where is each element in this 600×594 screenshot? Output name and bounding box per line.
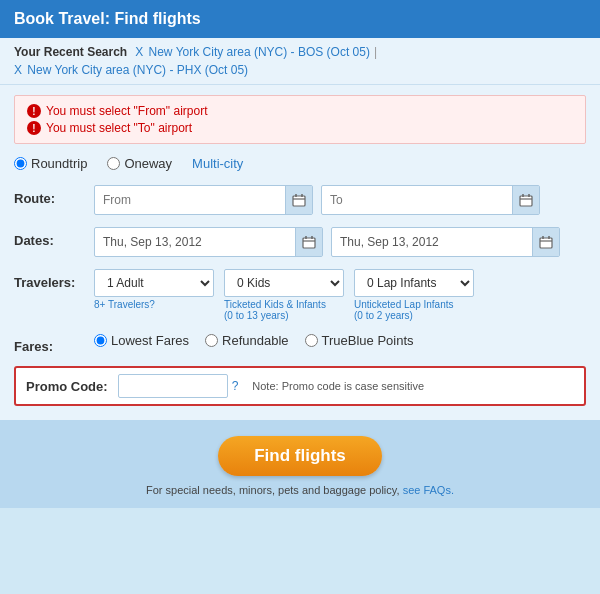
kids-select[interactable]: 0 Kids 1 Kid 2 Kids 3 Kids 4 Kids 5 Kids bbox=[224, 269, 344, 297]
multicity-link[interactable]: Multi-city bbox=[192, 156, 243, 171]
from-input[interactable] bbox=[95, 188, 285, 212]
route-label: Route: bbox=[14, 185, 94, 206]
eight-plus-link[interactable]: 8+ Travelers? bbox=[94, 299, 214, 310]
lowest-fares-label[interactable]: Lowest Fares bbox=[94, 333, 189, 348]
close-icon-1[interactable]: X bbox=[135, 45, 143, 59]
route-row: Route: bbox=[14, 185, 586, 215]
bottom-note: For special needs, minors, pets and bagg… bbox=[146, 484, 454, 496]
travelers-inputs: 1 Adult 2 Adults 3 Adults 4 Adults 5 Adu… bbox=[94, 269, 474, 321]
lowest-fares-radio[interactable] bbox=[94, 334, 107, 347]
error-box: ! You must select "From" airport ! You m… bbox=[14, 95, 586, 144]
return-calendar-icon bbox=[539, 235, 553, 249]
svg-rect-0 bbox=[293, 196, 305, 206]
refundable-radio[interactable] bbox=[205, 334, 218, 347]
promo-code-input[interactable] bbox=[118, 374, 228, 398]
kids-group: 0 Kids 1 Kid 2 Kids 3 Kids 4 Kids 5 Kids… bbox=[224, 269, 344, 321]
travelers-label: Travelers: bbox=[14, 269, 94, 290]
from-input-wrapper bbox=[94, 185, 313, 215]
error-icon-2: ! bbox=[27, 121, 41, 135]
adults-select[interactable]: 1 Adult 2 Adults 3 Adults 4 Adults 5 Adu… bbox=[94, 269, 214, 297]
error-line-1: ! You must select "From" airport bbox=[27, 104, 573, 118]
header-title: Book Travel: Find flights bbox=[14, 10, 201, 27]
fares-options: Lowest Fares Refundable TrueBlue Points bbox=[94, 333, 414, 348]
return-date-input[interactable] bbox=[332, 230, 532, 254]
close-icon-2[interactable]: X bbox=[14, 63, 22, 77]
recent-search-bar: Your Recent Search X New York City area … bbox=[0, 38, 600, 85]
return-date-wrapper bbox=[331, 227, 560, 257]
error-line-2: ! You must select "To" airport bbox=[27, 121, 573, 135]
faqs-link[interactable]: see FAQs. bbox=[403, 484, 454, 496]
error-icon-1: ! bbox=[27, 104, 41, 118]
trueblue-label[interactable]: TrueBlue Points bbox=[305, 333, 414, 348]
to-input-wrapper bbox=[321, 185, 540, 215]
calendar-icon-2 bbox=[519, 193, 533, 207]
fares-label: Fares: bbox=[14, 333, 94, 354]
unticketed-infants-link[interactable]: Unticketed Lap Infants (0 to 2 years) bbox=[354, 299, 474, 321]
trueblue-radio[interactable] bbox=[305, 334, 318, 347]
promo-code-row: Promo Code: ? Note: Promo code is case s… bbox=[14, 366, 586, 406]
svg-rect-8 bbox=[303, 238, 315, 248]
page-header: Book Travel: Find flights bbox=[0, 0, 600, 38]
dates-row: Dates: bbox=[14, 227, 586, 257]
bottom-area: Find flights For special needs, minors, … bbox=[0, 420, 600, 508]
dates-label: Dates: bbox=[14, 227, 94, 248]
ticketed-kids-link[interactable]: Ticketed Kids & Infants (0 to 13 years) bbox=[224, 299, 344, 321]
return-date-btn[interactable] bbox=[532, 228, 559, 256]
adults-group: 1 Adult 2 Adults 3 Adults 4 Adults 5 Adu… bbox=[94, 269, 214, 310]
to-input[interactable] bbox=[322, 188, 512, 212]
depart-date-wrapper bbox=[94, 227, 323, 257]
infants-select[interactable]: 0 Lap Infants 1 Lap Infant 2 Lap Infants bbox=[354, 269, 474, 297]
svg-rect-12 bbox=[540, 238, 552, 248]
depart-date-btn[interactable] bbox=[295, 228, 322, 256]
to-calendar-btn[interactable] bbox=[512, 186, 539, 214]
refundable-label[interactable]: Refundable bbox=[205, 333, 289, 348]
travelers-row: Travelers: 1 Adult 2 Adults 3 Adults 4 A… bbox=[14, 269, 586, 321]
promo-note: Note: Promo code is case sensitive bbox=[252, 380, 424, 392]
depart-date-input[interactable] bbox=[95, 230, 295, 254]
recent-search-item-1[interactable]: X New York City area (NYC) - BOS (Oct 05… bbox=[135, 45, 370, 59]
trip-type-row: Roundtrip Oneway Multi-city bbox=[14, 156, 586, 171]
roundtrip-radio[interactable] bbox=[14, 157, 27, 170]
roundtrip-label[interactable]: Roundtrip bbox=[14, 156, 87, 171]
from-calendar-btn[interactable] bbox=[285, 186, 312, 214]
dates-inputs bbox=[94, 227, 586, 257]
oneway-label[interactable]: Oneway bbox=[107, 156, 172, 171]
promo-code-label: Promo Code: bbox=[26, 379, 108, 394]
promo-help-icon[interactable]: ? bbox=[232, 379, 239, 393]
calendar-icon bbox=[292, 193, 306, 207]
oneway-radio[interactable] bbox=[107, 157, 120, 170]
depart-calendar-icon bbox=[302, 235, 316, 249]
recent-search-item-2[interactable]: X New York City area (NYC) - PHX (Oct 05… bbox=[14, 63, 248, 77]
recent-search-label: Your Recent Search bbox=[14, 45, 127, 59]
infants-group: 0 Lap Infants 1 Lap Infant 2 Lap Infants… bbox=[354, 269, 474, 321]
svg-rect-4 bbox=[520, 196, 532, 206]
find-flights-button[interactable]: Find flights bbox=[218, 436, 382, 476]
fares-row: Fares: Lowest Fares Refundable TrueBlue … bbox=[14, 333, 586, 354]
form-area: ! You must select "From" airport ! You m… bbox=[0, 85, 600, 420]
route-inputs bbox=[94, 185, 586, 215]
